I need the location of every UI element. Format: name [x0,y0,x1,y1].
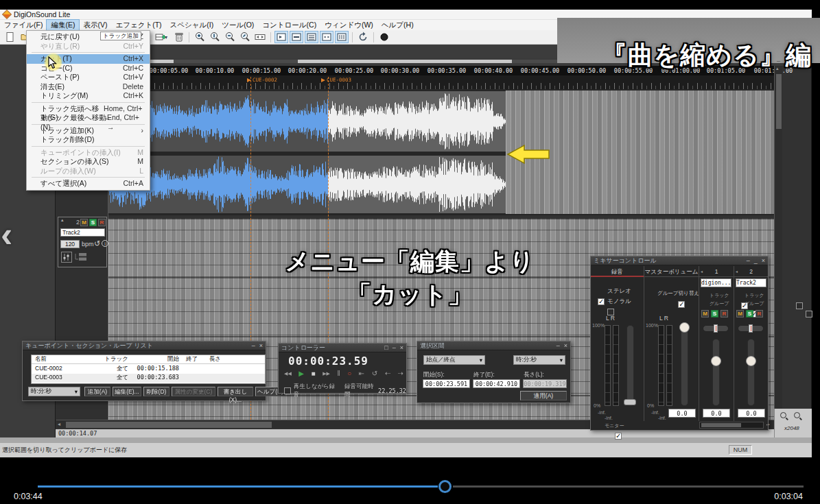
progress-remaining[interactable] [453,485,804,488]
channel1-value-input[interactable] [703,409,730,418]
restore-icon[interactable]: □ [384,345,388,351]
previous-overlay-icon[interactable]: ‹ [1,214,12,255]
view-transport-icon[interactable] [274,31,288,43]
view-counter-icon[interactable] [290,31,303,43]
step-forward-icon[interactable]: ⇢ [398,370,403,377]
record-fader-handle[interactable] [624,399,636,405]
new-file-icon[interactable] [3,31,16,43]
pan-knob[interactable] [714,324,718,333]
fit-width-icon[interactable] [253,31,267,43]
record-arm-button[interactable]: R [721,310,728,317]
loop-icon[interactable]: ↺ [372,370,377,377]
menu-edit[interactable]: 編集(E) [47,20,79,31]
close-icon[interactable]: × [400,345,403,351]
length-input[interactable] [523,379,567,388]
cue-marker[interactable]: CUE-0003 [321,77,351,83]
close-icon[interactable]: × [259,343,263,349]
vertical-scrollbar[interactable]: ▴ ▾ [774,66,782,420]
minimize-icon[interactable]: – [252,343,255,349]
menu-item-insert-cue-point[interactable]: キューポイントの挿入(I)M [27,148,150,158]
menu-help[interactable]: ヘルプ(H) [377,20,418,31]
record-while-play-checkbox[interactable] [284,387,291,394]
channel1-fader-handle[interactable] [711,356,721,366]
add-track-caret-icon[interactable]: ▾ [165,34,167,40]
menu-item-delete-track[interactable]: トラック削除(D) [27,135,150,145]
channel2-group-checkbox[interactable] [806,311,812,317]
minimize-icon[interactable]: – [393,345,396,351]
table-row[interactable]: CUE-0003 全て 00:00:23.683 [32,374,265,383]
collapse-arrow-icon[interactable]: ▴ [61,217,64,223]
col-length[interactable]: 長さ [200,355,221,363]
fast-forward-icon[interactable]: ▶▶ [323,371,330,376]
menu-control[interactable]: コントロール(C) [258,20,320,31]
menu-tools[interactable]: ツール(O) [218,20,258,31]
scrollbar-thumb[interactable] [66,422,272,428]
col-name[interactable]: 名前 [35,355,47,363]
apply-button[interactable]: 適用(A) [520,391,567,400]
menu-item-add-track[interactable]: トラック追加(K)› [27,126,150,136]
track1-left-waveform[interactable] [108,91,506,152]
menu-item-trim[interactable]: トリミング(M)Ctrl+K [27,91,150,101]
solo-button[interactable]: S [89,219,97,226]
menu-view[interactable]: 表示(V) [79,20,111,31]
progress-played[interactable] [38,485,438,488]
col-start[interactable]: 開始 [145,355,179,363]
step-back-icon[interactable]: ⇠ [385,370,390,377]
delete-button[interactable]: 削除(D) [143,387,169,396]
menu-item-paste[interactable]: ペースト(P)Ctrl+V [27,73,150,82]
master-value-input[interactable] [668,409,696,418]
view-list-icon[interactable] [305,31,318,43]
zoom-in-vertical-icon[interactable] [208,31,222,43]
delete-track-icon[interactable] [172,31,185,43]
time-format-select[interactable]: 時:分:秒▾ [513,355,565,365]
record-arm-button[interactable]: R [98,219,106,226]
pause-icon[interactable]: ‖ [338,370,340,377]
menu-item-select-all[interactable]: すべて選択(A)Ctrl+A [27,179,150,189]
channel2-pan-slider[interactable] [738,325,764,332]
zoom-in-icon[interactable] [780,412,786,420]
rotate-display-icon[interactable] [356,31,370,43]
scrollbar-thumb[interactable] [701,423,741,427]
zoom-out-vertical-icon[interactable] [238,31,252,43]
mute-button[interactable]: M [736,310,744,317]
start-input[interactable] [423,379,470,388]
menu-item-move-track-start[interactable]: トラック先頭へ移動(G)Home, Ctrl+ ← [27,104,150,114]
to-start-icon[interactable]: ⇤ [359,370,364,377]
timeline-ruler[interactable] [56,75,774,89]
record-mode-icon[interactable] [377,31,391,43]
menu-file[interactable]: ファイル(F) [0,20,47,31]
add-button[interactable]: 追加(A) [84,387,110,396]
playhead-scrubber[interactable] [438,480,452,493]
edit-button[interactable]: 編集(E)... [113,387,141,396]
play-icon[interactable]: ▶ [298,370,304,377]
mixer-channel-scrollbar[interactable] [699,422,764,429]
record-arm-button[interactable]: R [755,310,763,317]
close-icon[interactable]: × [564,343,567,349]
change-attributes-button[interactable]: 属性の変更(C) [172,387,215,396]
record-icon[interactable]: ○ [347,370,351,377]
solo-button[interactable]: S [746,310,753,317]
record-level-fader[interactable] [626,325,634,406]
scrollbar-thumb[interactable] [776,74,782,129]
menu-item-insert-section[interactable]: セクションの挿入(S)M [27,157,150,167]
zoom-out-horizontal-icon[interactable] [223,31,237,43]
end-input[interactable] [473,379,520,388]
rewind-icon[interactable]: ◀◀ [284,371,292,376]
table-row[interactable]: CUE-0002 全て 00:00:15.188 [32,365,265,374]
col-track[interactable]: トラック [94,355,128,363]
menu-special[interactable]: スペシャル(I) [166,20,218,31]
stop-icon[interactable]: ■ [312,370,316,377]
menu-item-insert-loop[interactable]: ループの挿入(W)L [27,167,150,176]
zoom-out-icon[interactable] [794,412,800,420]
menu-item-erase[interactable]: 消去(E)Delete [27,82,150,92]
col-end[interactable]: 終了 [177,355,198,363]
channel1-pan-slider[interactable] [703,325,729,332]
pan-knob[interactable] [749,324,753,333]
solo-button[interactable]: S [711,310,718,317]
channel2-value-input[interactable] [738,409,765,418]
menu-item-redo[interactable]: やり直し(R)Ctrl+Y [27,42,150,51]
monitor-checkbox[interactable] [615,433,622,440]
view-mixer-icon[interactable] [335,31,349,43]
minimize-icon[interactable]: – [557,343,560,349]
mute-button[interactable]: M [80,219,88,226]
